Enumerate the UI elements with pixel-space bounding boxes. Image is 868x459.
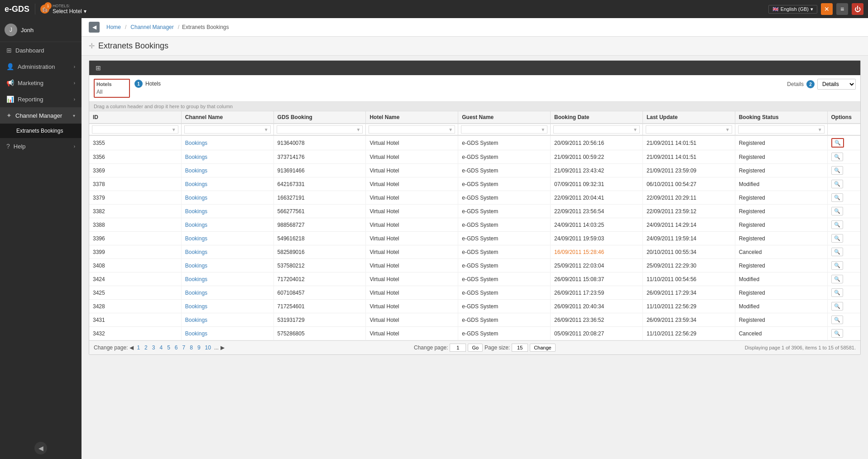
- channel-link[interactable]: Bookings: [185, 276, 207, 282]
- page-4-link[interactable]: 4: [158, 344, 164, 351]
- view-button[interactable]: 🔍: [831, 207, 843, 215]
- view-button[interactable]: 🔍: [831, 234, 843, 243]
- table-header-row: ID Channel Name GDS Booking Hotel Name G…: [89, 111, 860, 124]
- page-2-link[interactable]: 2: [143, 344, 149, 351]
- filter-gds-input[interactable]: [279, 127, 355, 132]
- filter-guest-input[interactable]: [463, 127, 540, 132]
- details-select[interactable]: Details: [817, 79, 856, 90]
- view-button[interactable]: 🔍: [831, 248, 843, 256]
- filter-channel-input[interactable]: [187, 127, 263, 132]
- cell-booking-date: 26/09/2011 17:23:59: [551, 286, 643, 300]
- view-button[interactable]: 🔍: [831, 302, 843, 311]
- filter-id-input[interactable]: [94, 127, 171, 132]
- page-9-link[interactable]: 9: [196, 344, 202, 351]
- col-options: Options: [827, 111, 860, 124]
- channel-link[interactable]: Bookings: [185, 208, 207, 215]
- filter-last-update-input[interactable]: [648, 127, 724, 132]
- back-button[interactable]: ◀: [89, 22, 100, 33]
- cell-last-update: 25/09/2011 22:29:30: [643, 259, 735, 273]
- view-button[interactable]: 🔍: [831, 220, 843, 229]
- cell-booking-date: 21/09/2011 23:43:42: [551, 164, 643, 177]
- cell-booking-date: 22/09/2011 20:04:41: [551, 191, 643, 205]
- view-button[interactable]: 🔍: [831, 153, 843, 161]
- hotel-selector[interactable]: HOTELS: Select Hotel ▾: [53, 4, 86, 14]
- filter-booking-date-input[interactable]: [556, 127, 632, 132]
- main: ◀ Home / Channel Manager / Extranets Boo…: [82, 18, 868, 459]
- channel-link[interactable]: Bookings: [185, 263, 207, 269]
- table-row: 3355 Bookings 913640078 Virtual Hotel e-…: [89, 135, 860, 150]
- chevron-down-icon: ▾: [810, 6, 813, 12]
- channel-link[interactable]: Bookings: [185, 140, 207, 146]
- channel-link[interactable]: Bookings: [185, 235, 207, 242]
- cell-id: 3369: [89, 164, 181, 177]
- filter-status-input[interactable]: [740, 127, 817, 132]
- menu-button[interactable]: ≡: [836, 3, 848, 15]
- breadcrumb-home[interactable]: Home: [105, 24, 122, 31]
- topbar-left: e-GDS 🏨 1 HOTELS: Select Hotel ▾: [5, 4, 86, 14]
- view-button[interactable]: 🔍: [831, 329, 843, 338]
- administration-icon: 👤: [6, 63, 14, 70]
- reporting-icon: 📊: [6, 96, 14, 103]
- page-6-link[interactable]: 6: [173, 344, 179, 351]
- view-button[interactable]: 🔍: [831, 275, 843, 283]
- page-8-link[interactable]: 8: [188, 344, 194, 351]
- channel-link[interactable]: Bookings: [185, 303, 207, 310]
- language-button[interactable]: 🇬🇧 English (GB) ▾: [768, 5, 817, 14]
- table-row: 3388 Bookings 988568727 Virtual Hotel e-…: [89, 218, 860, 232]
- page-1-link[interactable]: 1: [135, 344, 141, 351]
- cell-options: 🔍: [827, 191, 860, 205]
- page-size-input[interactable]: [512, 344, 528, 352]
- breadcrumb-channel-manager[interactable]: Channel Manager: [129, 24, 175, 31]
- sidebar-item-administration[interactable]: 👤 Administration ›: [0, 58, 82, 75]
- sidebar-item-reporting[interactable]: 📊 Reporting ›: [0, 91, 82, 107]
- sidebar-item-help[interactable]: ? Help ›: [0, 138, 82, 154]
- filter-guest-icon: ▼: [541, 127, 545, 132]
- hotels-tooltip-label: Hotels: [145, 81, 161, 87]
- view-button[interactable]: 🔍: [831, 166, 843, 175]
- page-3-link[interactable]: 3: [151, 344, 157, 351]
- channel-link[interactable]: Bookings: [185, 330, 207, 337]
- channel-link[interactable]: Bookings: [185, 222, 207, 228]
- channel-link[interactable]: Bookings: [185, 290, 207, 296]
- cell-channel: Bookings: [181, 232, 273, 245]
- close-button[interactable]: ✕: [821, 3, 833, 15]
- page-7-link[interactable]: 7: [181, 344, 187, 351]
- view-button[interactable]: 🔍: [831, 138, 844, 148]
- cell-status: Canceled: [735, 245, 827, 259]
- change-page-label: Change page:: [94, 344, 128, 351]
- page-number-input[interactable]: [450, 344, 466, 352]
- view-button[interactable]: 🔍: [831, 288, 843, 297]
- cell-guest: e-GDS System: [458, 313, 551, 327]
- power-button[interactable]: ⏻: [852, 3, 863, 15]
- sidebar-submenu-extranets-bookings[interactable]: Extranets Bookings: [0, 124, 82, 138]
- view-button[interactable]: 🔍: [831, 261, 843, 270]
- channel-link[interactable]: Bookings: [185, 181, 207, 187]
- cell-last-update: 11/10/2011 22:56:29: [643, 300, 735, 313]
- filter-hotel-input[interactable]: [371, 127, 447, 132]
- next-page-arrow[interactable]: ▶: [221, 344, 225, 351]
- view-button[interactable]: 🔍: [831, 316, 843, 324]
- cell-booking-date: 05/09/2011 20:08:27: [551, 327, 643, 340]
- channel-link[interactable]: Bookings: [185, 317, 207, 323]
- cell-last-update: 24/09/2011 19:59:14: [643, 232, 735, 245]
- filter-gds-icon: ▼: [356, 127, 360, 132]
- columns-toggle-button[interactable]: ⊞: [94, 63, 103, 72]
- channel-link[interactable]: Bookings: [185, 249, 207, 255]
- collapse-sidebar-button[interactable]: ◀: [34, 442, 47, 454]
- view-button[interactable]: 🔍: [831, 193, 843, 202]
- breadcrumb-current: Extranets Bookings: [182, 24, 229, 30]
- prev-page-arrow[interactable]: ◀: [129, 344, 134, 351]
- cell-channel: Bookings: [181, 150, 273, 164]
- page-10-link[interactable]: 10: [204, 344, 212, 351]
- page-5-link[interactable]: 5: [166, 344, 172, 351]
- view-button[interactable]: 🔍: [831, 180, 843, 188]
- channel-link[interactable]: Bookings: [185, 195, 207, 201]
- hotel-icon-wrap: 🏨 1: [40, 4, 50, 14]
- channel-link[interactable]: Bookings: [185, 154, 207, 160]
- channel-link[interactable]: Bookings: [185, 167, 207, 174]
- sidebar-item-dashboard[interactable]: ⊞ Dashboard: [0, 42, 82, 58]
- go-button[interactable]: Go: [468, 344, 483, 352]
- sidebar-item-marketing[interactable]: 📢 Marketing ›: [0, 75, 82, 91]
- change-page-size-button[interactable]: Change: [530, 344, 556, 352]
- sidebar-item-channel-manager[interactable]: ✦ Channel Manager ▾: [0, 107, 82, 124]
